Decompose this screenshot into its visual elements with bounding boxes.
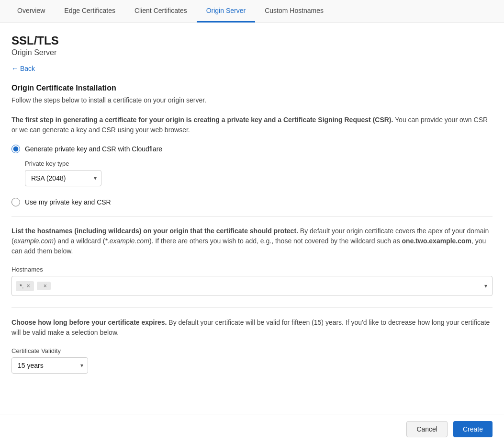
private-key-select[interactable]: RSA (2048) ECDSA (P-256) [25, 170, 101, 186]
validity-section: Certificate Validity 15 years 10 years 5… [11, 347, 493, 374]
main-content: SSL/TLS Origin Server ← Back Origin Cert… [0, 23, 504, 423]
hostnames-label: Hostnames [11, 266, 493, 273]
hostname-tag-apex-close[interactable]: × [44, 283, 47, 289]
hostname-tag-wildcard-value: *. [20, 283, 24, 290]
back-arrow-icon: ← [11, 65, 18, 72]
radio-generate[interactable]: Generate private key and CSR with Cloudf… [11, 145, 493, 153]
radio-use-own-input[interactable] [11, 198, 20, 206]
section1-detail: The first step in generating a certifica… [11, 115, 493, 135]
section2-normal2: ) and a wildcard ( [54, 237, 105, 245]
private-key-select-wrapper: RSA (2048) ECDSA (P-256) ▾ [25, 170, 101, 186]
create-button[interactable]: Create [453, 421, 493, 423]
section2-detail: List the hostnames (including wildcards)… [11, 226, 493, 256]
back-label: Back [20, 65, 35, 72]
section2-domain3: one.two.example.com [402, 237, 471, 245]
section1-bold: The first step in generating a certifica… [11, 116, 393, 124]
section1-title: Origin Certificate Installation [11, 84, 493, 92]
tab-overview[interactable]: Overview [8, 0, 55, 23]
tab-client-certificates[interactable]: Client Certificates [125, 0, 197, 23]
page-title: SSL/TLS [11, 34, 493, 47]
validity-label: Certificate Validity [11, 347, 493, 354]
radio-group: Generate private key and CSR with Cloudf… [11, 145, 493, 186]
section2-domain1: example.com [14, 237, 54, 245]
hostnames-section: Hostnames *. × × ▾ [11, 266, 493, 296]
divider-2 [11, 307, 493, 308]
radio-use-own-label: Use my private key and CSR [25, 198, 111, 206]
validity-select[interactable]: 15 years 10 years 5 years 3 years 2 year… [11, 357, 88, 374]
private-key-field: Private key type RSA (2048) ECDSA (P-256… [11, 160, 493, 186]
section2-normal3: ). If there are others you wish to add, … [149, 237, 402, 245]
section3-detail: Choose how long before your certificate … [11, 318, 493, 338]
radio-use-own[interactable]: Use my private key and CSR [11, 198, 493, 206]
section2-bold: List the hostnames (including wildcards)… [11, 227, 298, 235]
hostname-tag-wildcard-close[interactable]: × [27, 283, 30, 289]
back-link[interactable]: ← Back [11, 65, 35, 72]
hostnames-input-wrapper[interactable]: *. × × ▾ [11, 276, 493, 296]
hostnames-dropdown-icon: ▾ [484, 283, 487, 289]
page-subtitle: Origin Server [11, 48, 493, 57]
radio-generate-input[interactable] [11, 145, 20, 153]
private-key-label: Private key type [25, 160, 493, 167]
section2-domain2: *.example.com [105, 237, 149, 245]
hostname-tag-wildcard: *. × [16, 281, 34, 291]
radio-generate-label: Generate private key and CSR with Cloudf… [25, 145, 162, 153]
tab-origin-server[interactable]: Origin Server [197, 0, 255, 23]
cancel-button[interactable]: Cancel [406, 421, 448, 423]
validity-select-wrapper: 15 years 10 years 5 years 3 years 2 year… [11, 357, 88, 374]
tab-custom-hostnames[interactable]: Custom Hostnames [255, 0, 333, 23]
hostname-tag-apex: × [37, 282, 51, 290]
tab-edge-certificates[interactable]: Edge Certificates [55, 0, 125, 23]
section1-desc: Follow the steps below to install a cert… [11, 95, 493, 105]
footer-bar: Cancel Create [0, 414, 504, 423]
divider-1 [11, 216, 493, 216]
tab-bar: Overview Edge Certificates Client Certif… [0, 0, 504, 23]
section3-bold: Choose how long before your certificate … [11, 319, 167, 326]
